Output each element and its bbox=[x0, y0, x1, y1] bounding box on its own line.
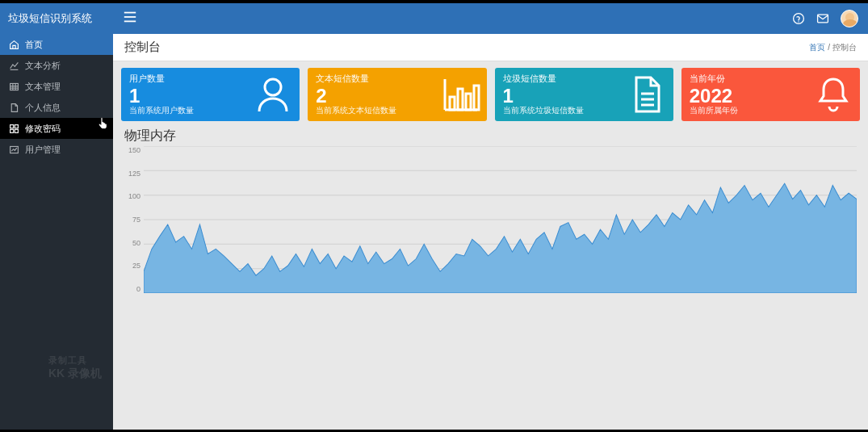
stat-card-desc: 当前所属年份 bbox=[690, 105, 738, 116]
sidebar-item-label: 修改密码 bbox=[25, 123, 61, 135]
svg-rect-6 bbox=[15, 124, 18, 128]
chart-wrap: 1501251007550250 bbox=[121, 146, 860, 304]
svg-rect-7 bbox=[10, 129, 13, 132]
y-tick: 100 bbox=[121, 192, 140, 200]
topbar-right bbox=[792, 10, 858, 27]
stat-card-desc: 当前系统用户数量 bbox=[129, 105, 194, 116]
brand-title: 垃圾短信识别系统 bbox=[0, 3, 113, 34]
svg-rect-8 bbox=[15, 129, 18, 132]
svg-rect-20 bbox=[458, 89, 463, 110]
sidebar: 垃圾短信识别系统 首页文本分析文本管理个人信息修改密码用户管理 录制工具 KK … bbox=[0, 3, 113, 430]
hand-cursor-icon bbox=[97, 116, 110, 129]
breadcrumb-root[interactable]: 首页 bbox=[809, 43, 825, 52]
sidebar-item-1[interactable]: 文本分析 bbox=[0, 55, 113, 76]
mail-icon[interactable] bbox=[816, 12, 829, 25]
y-tick: 75 bbox=[121, 216, 140, 224]
y-tick: 25 bbox=[121, 262, 140, 270]
file-icon bbox=[627, 74, 667, 115]
sidebar-item-label: 文本管理 bbox=[25, 81, 61, 93]
sidebar-item-label: 首页 bbox=[25, 39, 43, 51]
breadcrumb: 首页/控制台 bbox=[809, 42, 857, 53]
stat-card-2[interactable]: 垃圾短信数量1当前系统垃圾短信数量 bbox=[495, 68, 673, 121]
y-tick: 150 bbox=[121, 146, 140, 154]
svg-rect-22 bbox=[474, 86, 479, 110]
sidebar-item-3[interactable]: 个人信息 bbox=[0, 97, 113, 118]
chart-icon bbox=[8, 60, 19, 71]
stat-card-desc: 当前系统文本短信数量 bbox=[316, 105, 396, 116]
chart-plot bbox=[144, 146, 857, 293]
sidebar-item-0[interactable]: 首页 bbox=[0, 34, 113, 55]
page-title: 控制台 bbox=[124, 40, 161, 55]
svg-point-16 bbox=[265, 79, 281, 95]
svg-rect-19 bbox=[450, 97, 455, 110]
app-root: 垃圾短信识别系统 首页文本分析文本管理个人信息修改密码用户管理 录制工具 KK … bbox=[0, 3, 868, 430]
help-icon[interactable] bbox=[792, 12, 805, 25]
bell-icon bbox=[813, 74, 853, 115]
chart-svg bbox=[144, 146, 857, 293]
recorder-watermark: 录制工具 KK 录像机 bbox=[0, 354, 113, 430]
doc-icon bbox=[8, 102, 19, 113]
chart-y-axis-labels: 1501251007550250 bbox=[121, 146, 144, 293]
chart-title: 物理内存 bbox=[124, 128, 860, 145]
sidebar-item-label: 文本分析 bbox=[25, 60, 61, 72]
table-icon bbox=[8, 81, 19, 92]
stat-card-0[interactable]: 用户数量1当前系统用户数量 bbox=[121, 68, 300, 121]
bar-icon bbox=[440, 74, 480, 115]
home-icon bbox=[8, 39, 19, 50]
sidebar-item-label: 个人信息 bbox=[25, 102, 61, 114]
chart-section: 物理内存 1501251007550250 bbox=[121, 128, 860, 304]
sidebar-item-4[interactable]: 修改密码 bbox=[0, 118, 113, 139]
sidebar-nav: 首页文本分析文本管理个人信息修改密码用户管理 bbox=[0, 34, 113, 160]
sidebar-item-5[interactable]: 用户管理 bbox=[0, 139, 113, 160]
grid-icon bbox=[8, 123, 19, 134]
svg-rect-0 bbox=[10, 83, 18, 90]
menu-toggle-icon[interactable] bbox=[123, 10, 139, 27]
watermark-line2: KK 录像机 bbox=[48, 367, 113, 381]
watermark-line1: 录制工具 bbox=[48, 354, 113, 367]
svg-rect-5 bbox=[10, 124, 13, 128]
y-tick: 0 bbox=[121, 285, 140, 293]
svg-rect-21 bbox=[466, 94, 471, 110]
chart2-icon bbox=[8, 144, 19, 155]
sidebar-item-label: 用户管理 bbox=[25, 144, 61, 156]
stat-card-desc: 当前系统垃圾短信数量 bbox=[503, 105, 584, 116]
stat-card-row: 用户数量1当前系统用户数量文本短信数量2当前系统文本短信数量垃圾短信数量1当前系… bbox=[121, 68, 860, 121]
breadcrumb-current: 控制台 bbox=[832, 43, 857, 52]
stat-card-3[interactable]: 当前年份2022当前所属年份 bbox=[681, 68, 860, 121]
breadcrumb-sep: / bbox=[828, 43, 830, 52]
svg-point-14 bbox=[798, 21, 799, 22]
main-area: 控制台 首页/控制台 用户数量1当前系统用户数量文本短信数量2当前系统文本短信数… bbox=[113, 3, 868, 430]
y-tick: 50 bbox=[121, 239, 140, 247]
user-icon bbox=[253, 74, 293, 115]
y-tick: 125 bbox=[121, 170, 140, 178]
sidebar-item-2[interactable]: 文本管理 bbox=[0, 76, 113, 97]
topbar bbox=[113, 3, 868, 34]
content: 用户数量1当前系统用户数量文本短信数量2当前系统文本短信数量垃圾短信数量1当前系… bbox=[113, 61, 868, 430]
stat-card-1[interactable]: 文本短信数量2当前系统文本短信数量 bbox=[308, 68, 486, 121]
user-avatar[interactable] bbox=[841, 10, 858, 27]
page-header: 控制台 首页/控制台 bbox=[113, 34, 868, 61]
